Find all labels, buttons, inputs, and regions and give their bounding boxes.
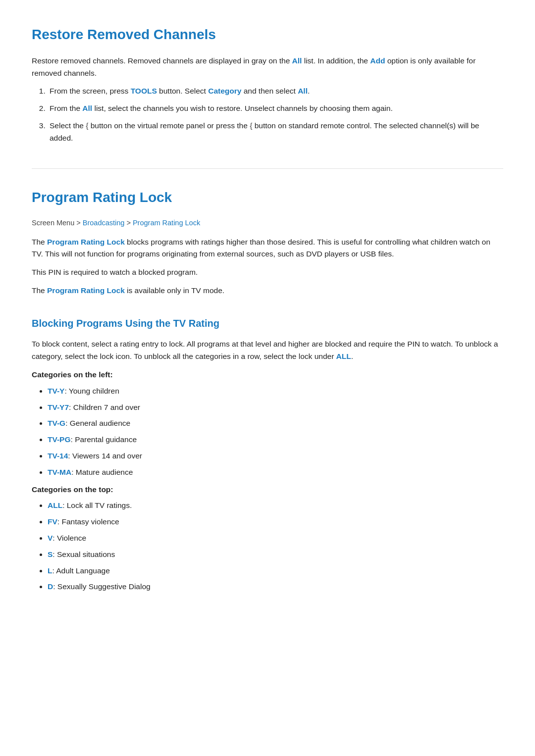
program-rating-para3: The Program Rating Lock is available onl…: [32, 285, 503, 297]
category-desc: : Violence: [53, 534, 86, 542]
program-rating-para2: This PIN is required to watch a blocked …: [32, 266, 503, 279]
list-item: ALL: Lock all TV ratings.: [48, 500, 503, 512]
categories-top-list: ALL: Lock all TV ratings.FV: Fantasy vio…: [48, 500, 503, 593]
list-item: D: Sexually Suggestive Dialog: [48, 581, 503, 593]
step2-text: From the: [50, 104, 82, 112]
categories-top-label: Categories on the top:: [32, 484, 503, 496]
step2-text-end: list, select the channels you wish to re…: [92, 104, 393, 112]
para3-before: The: [32, 286, 47, 295]
para1-link: Program Rating Lock: [47, 238, 125, 246]
step1-text-end: and then select: [241, 87, 298, 95]
category-key: ALL: [48, 501, 62, 509]
category-key: TV-14: [48, 452, 68, 460]
categories-left-label: Categories on the left:: [32, 369, 503, 381]
category-key: FV: [48, 517, 57, 526]
blocking-programs-title: Blocking Programs Using the TV Rating: [32, 315, 503, 331]
breadcrumb-arrow1: >: [74, 219, 83, 227]
category-desc: : Sexual situations: [53, 550, 115, 558]
para1-before: The: [32, 238, 47, 246]
list-item: S: Sexual situations: [48, 549, 503, 561]
breadcrumb: Screen Menu > Broadcasting > Program Rat…: [32, 217, 503, 229]
list-item: TV-G: General audience: [48, 417, 503, 430]
restore-section-title: Restore Removed Channels: [32, 24, 503, 46]
category-key: TV-MA: [48, 468, 71, 476]
section-divider: [32, 168, 503, 169]
step1-text-before: From the screen, press: [50, 87, 131, 95]
blocking-para1-link: ALL: [336, 352, 351, 360]
blocking-para1-text: To block content, select a rating entry …: [32, 340, 498, 360]
step1-category: Category: [208, 87, 241, 95]
list-item: L: Adult Language: [48, 565, 503, 577]
list-item: TV-PG: Parental guidance: [48, 434, 503, 446]
category-key: TV-G: [48, 419, 65, 427]
list-item: TV-Y7: Children 7 and over: [48, 402, 503, 414]
blocking-para1-end: .: [351, 352, 353, 360]
restore-steps-list: From the screen, press TOOLS button. Sel…: [48, 85, 503, 144]
category-key: TV-Y7: [48, 403, 69, 411]
step3-text-mid: button on the virtual remote panel or pr…: [88, 121, 250, 130]
categories-left-list: TV-Y: Young childrenTV-Y7: Children 7 an…: [48, 385, 503, 479]
step1-all: All: [298, 87, 308, 95]
list-item: V: Violence: [48, 532, 503, 545]
category-desc: : Lock all TV ratings.: [62, 501, 132, 509]
category-key: D: [48, 582, 53, 591]
category-desc: : Sexually Suggestive Dialog: [53, 582, 150, 591]
category-desc: : Fantasy violence: [57, 517, 119, 526]
step1-text-final: .: [308, 87, 310, 95]
breadcrumb-link1: Broadcasting: [83, 219, 125, 227]
restore-intro-text: Restore removed channels. Removed channe…: [32, 56, 292, 65]
category-desc: : Viewers 14 and over: [68, 452, 142, 460]
program-rating-para1: The Program Rating Lock blocks programs …: [32, 236, 503, 261]
category-desc: : Adult Language: [52, 566, 109, 575]
step1-text-mid: button. Select: [157, 87, 208, 95]
category-desc: : Children 7 and over: [69, 403, 140, 411]
list-item: TV-14: Viewers 14 and over: [48, 450, 503, 462]
restore-step-3: Select the { button on the virtual remot…: [48, 120, 503, 145]
blocking-programs-para1: To block content, select a rating entry …: [32, 338, 503, 363]
category-desc: : Parental guidance: [71, 435, 137, 444]
program-rating-lock-title: Program Rating Lock: [32, 187, 503, 209]
category-key: S: [48, 550, 53, 558]
breadcrumb-prefix: Screen Menu: [32, 219, 74, 227]
breadcrumb-link2: Program Rating Lock: [133, 219, 200, 227]
restore-intro-add: Add: [370, 56, 385, 65]
restore-intro-para: Restore removed channels. Removed channe…: [32, 55, 503, 80]
restore-intro-mid: list. In addition, the: [302, 56, 370, 65]
category-desc: : Young children: [64, 387, 119, 395]
step1-tools: TOOLS: [131, 87, 157, 95]
restore-step-1: From the screen, press TOOLS button. Sel…: [48, 85, 503, 98]
para3-after: is available only in TV mode.: [125, 286, 224, 295]
restore-step-2: From the All list, select the channels y…: [48, 102, 503, 115]
category-key: TV-Y: [48, 387, 64, 395]
category-desc: : General audience: [65, 419, 130, 427]
blocking-programs-subsection: Blocking Programs Using the TV Rating To…: [32, 315, 503, 593]
category-desc: : Mature audience: [71, 468, 133, 476]
category-key: TV-PG: [48, 435, 71, 444]
list-item: FV: Fantasy violence: [48, 516, 503, 528]
list-item: TV-MA: Mature audience: [48, 466, 503, 479]
breadcrumb-arrow2: >: [124, 219, 133, 227]
program-rating-lock-section: Program Rating Lock Screen Menu > Broadc…: [32, 187, 503, 594]
para3-link: Program Rating Lock: [47, 286, 125, 295]
list-item: TV-Y: Young children: [48, 385, 503, 398]
category-key: V: [48, 534, 53, 542]
restore-intro-all: All: [292, 56, 302, 65]
step2-all: All: [82, 104, 92, 112]
restore-removed-channels-section: Restore Removed Channels Restore removed…: [32, 24, 503, 145]
step3-text-before: Select the: [50, 121, 86, 130]
